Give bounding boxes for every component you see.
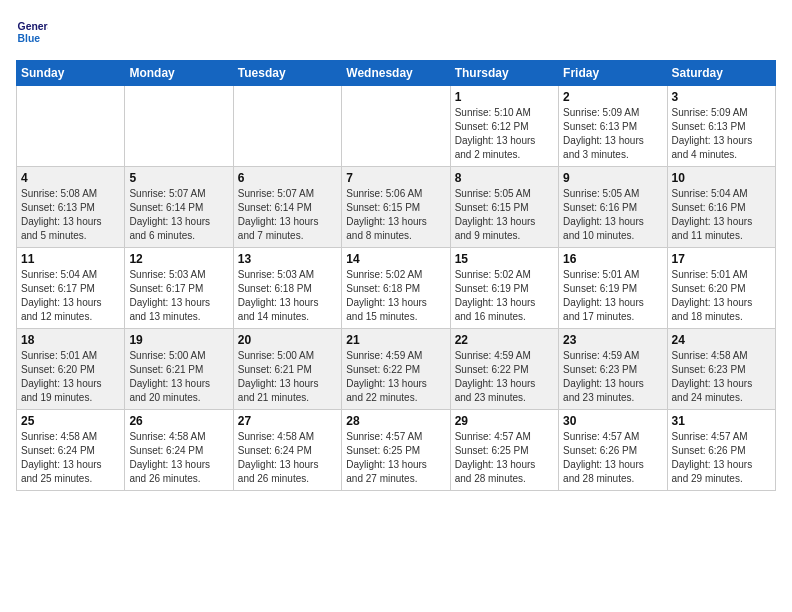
day-info: Sunrise: 4:59 AM Sunset: 6:22 PM Dayligh… [346,349,445,405]
day-number: 27 [238,414,337,428]
day-info: Sunrise: 5:05 AM Sunset: 6:15 PM Dayligh… [455,187,554,243]
calendar-table: SundayMondayTuesdayWednesdayThursdayFrid… [16,60,776,491]
calendar-week-row: 1Sunrise: 5:10 AM Sunset: 6:12 PM Daylig… [17,86,776,167]
day-number: 24 [672,333,771,347]
calendar-header-row: SundayMondayTuesdayWednesdayThursdayFrid… [17,61,776,86]
logo-icon: General Blue [16,16,48,48]
calendar-cell: 16Sunrise: 5:01 AM Sunset: 6:19 PM Dayli… [559,248,667,329]
day-info: Sunrise: 4:57 AM Sunset: 6:26 PM Dayligh… [563,430,662,486]
calendar-cell: 22Sunrise: 4:59 AM Sunset: 6:22 PM Dayli… [450,329,558,410]
day-of-week-header: Sunday [17,61,125,86]
calendar-cell [17,86,125,167]
day-info: Sunrise: 5:00 AM Sunset: 6:21 PM Dayligh… [238,349,337,405]
calendar-week-row: 4Sunrise: 5:08 AM Sunset: 6:13 PM Daylig… [17,167,776,248]
day-number: 8 [455,171,554,185]
day-info: Sunrise: 5:09 AM Sunset: 6:13 PM Dayligh… [563,106,662,162]
day-of-week-header: Thursday [450,61,558,86]
calendar-cell: 29Sunrise: 4:57 AM Sunset: 6:25 PM Dayli… [450,410,558,491]
day-info: Sunrise: 5:10 AM Sunset: 6:12 PM Dayligh… [455,106,554,162]
calendar-cell: 25Sunrise: 4:58 AM Sunset: 6:24 PM Dayli… [17,410,125,491]
day-number: 15 [455,252,554,266]
day-number: 5 [129,171,228,185]
calendar-cell: 27Sunrise: 4:58 AM Sunset: 6:24 PM Dayli… [233,410,341,491]
calendar-week-row: 11Sunrise: 5:04 AM Sunset: 6:17 PM Dayli… [17,248,776,329]
calendar-cell: 17Sunrise: 5:01 AM Sunset: 6:20 PM Dayli… [667,248,775,329]
day-info: Sunrise: 5:00 AM Sunset: 6:21 PM Dayligh… [129,349,228,405]
day-info: Sunrise: 4:58 AM Sunset: 6:24 PM Dayligh… [129,430,228,486]
day-of-week-header: Saturday [667,61,775,86]
day-of-week-header: Friday [559,61,667,86]
calendar-cell: 15Sunrise: 5:02 AM Sunset: 6:19 PM Dayli… [450,248,558,329]
calendar-cell: 20Sunrise: 5:00 AM Sunset: 6:21 PM Dayli… [233,329,341,410]
calendar-cell: 1Sunrise: 5:10 AM Sunset: 6:12 PM Daylig… [450,86,558,167]
day-info: Sunrise: 5:04 AM Sunset: 6:16 PM Dayligh… [672,187,771,243]
calendar-cell: 3Sunrise: 5:09 AM Sunset: 6:13 PM Daylig… [667,86,775,167]
day-number: 28 [346,414,445,428]
day-of-week-header: Tuesday [233,61,341,86]
day-number: 16 [563,252,662,266]
day-info: Sunrise: 5:02 AM Sunset: 6:19 PM Dayligh… [455,268,554,324]
day-number: 10 [672,171,771,185]
svg-text:Blue: Blue [18,33,41,44]
day-number: 23 [563,333,662,347]
day-info: Sunrise: 4:58 AM Sunset: 6:24 PM Dayligh… [238,430,337,486]
day-info: Sunrise: 4:59 AM Sunset: 6:23 PM Dayligh… [563,349,662,405]
day-number: 25 [21,414,120,428]
day-number: 22 [455,333,554,347]
calendar-cell: 8Sunrise: 5:05 AM Sunset: 6:15 PM Daylig… [450,167,558,248]
day-number: 6 [238,171,337,185]
logo: General Blue [16,16,48,48]
calendar-week-row: 25Sunrise: 4:58 AM Sunset: 6:24 PM Dayli… [17,410,776,491]
calendar-cell: 30Sunrise: 4:57 AM Sunset: 6:26 PM Dayli… [559,410,667,491]
day-info: Sunrise: 4:57 AM Sunset: 6:26 PM Dayligh… [672,430,771,486]
day-info: Sunrise: 5:03 AM Sunset: 6:18 PM Dayligh… [238,268,337,324]
day-info: Sunrise: 4:57 AM Sunset: 6:25 PM Dayligh… [346,430,445,486]
calendar-cell: 31Sunrise: 4:57 AM Sunset: 6:26 PM Dayli… [667,410,775,491]
day-number: 3 [672,90,771,104]
day-number: 20 [238,333,337,347]
day-number: 7 [346,171,445,185]
calendar-cell: 10Sunrise: 5:04 AM Sunset: 6:16 PM Dayli… [667,167,775,248]
calendar-cell: 13Sunrise: 5:03 AM Sunset: 6:18 PM Dayli… [233,248,341,329]
day-number: 12 [129,252,228,266]
calendar-cell: 18Sunrise: 5:01 AM Sunset: 6:20 PM Dayli… [17,329,125,410]
day-number: 19 [129,333,228,347]
day-number: 26 [129,414,228,428]
calendar-cell: 9Sunrise: 5:05 AM Sunset: 6:16 PM Daylig… [559,167,667,248]
day-number: 31 [672,414,771,428]
day-number: 17 [672,252,771,266]
calendar-cell: 4Sunrise: 5:08 AM Sunset: 6:13 PM Daylig… [17,167,125,248]
day-number: 14 [346,252,445,266]
day-info: Sunrise: 5:08 AM Sunset: 6:13 PM Dayligh… [21,187,120,243]
day-info: Sunrise: 5:06 AM Sunset: 6:15 PM Dayligh… [346,187,445,243]
day-info: Sunrise: 5:07 AM Sunset: 6:14 PM Dayligh… [238,187,337,243]
calendar-cell [342,86,450,167]
day-info: Sunrise: 4:58 AM Sunset: 6:24 PM Dayligh… [21,430,120,486]
day-info: Sunrise: 4:57 AM Sunset: 6:25 PM Dayligh… [455,430,554,486]
calendar-cell [233,86,341,167]
day-info: Sunrise: 5:01 AM Sunset: 6:20 PM Dayligh… [672,268,771,324]
svg-text:General: General [18,21,48,32]
calendar-cell: 2Sunrise: 5:09 AM Sunset: 6:13 PM Daylig… [559,86,667,167]
day-info: Sunrise: 4:59 AM Sunset: 6:22 PM Dayligh… [455,349,554,405]
calendar-cell: 19Sunrise: 5:00 AM Sunset: 6:21 PM Dayli… [125,329,233,410]
calendar-cell: 14Sunrise: 5:02 AM Sunset: 6:18 PM Dayli… [342,248,450,329]
day-info: Sunrise: 5:02 AM Sunset: 6:18 PM Dayligh… [346,268,445,324]
day-number: 13 [238,252,337,266]
day-info: Sunrise: 5:09 AM Sunset: 6:13 PM Dayligh… [672,106,771,162]
calendar-cell: 11Sunrise: 5:04 AM Sunset: 6:17 PM Dayli… [17,248,125,329]
calendar-cell: 5Sunrise: 5:07 AM Sunset: 6:14 PM Daylig… [125,167,233,248]
day-number: 30 [563,414,662,428]
day-info: Sunrise: 5:03 AM Sunset: 6:17 PM Dayligh… [129,268,228,324]
calendar-cell: 24Sunrise: 4:58 AM Sunset: 6:23 PM Dayli… [667,329,775,410]
day-number: 11 [21,252,120,266]
page-header: General Blue [16,16,776,48]
day-number: 18 [21,333,120,347]
day-info: Sunrise: 5:01 AM Sunset: 6:20 PM Dayligh… [21,349,120,405]
calendar-cell [125,86,233,167]
day-info: Sunrise: 5:05 AM Sunset: 6:16 PM Dayligh… [563,187,662,243]
day-number: 21 [346,333,445,347]
day-of-week-header: Monday [125,61,233,86]
day-info: Sunrise: 5:07 AM Sunset: 6:14 PM Dayligh… [129,187,228,243]
calendar-cell: 26Sunrise: 4:58 AM Sunset: 6:24 PM Dayli… [125,410,233,491]
